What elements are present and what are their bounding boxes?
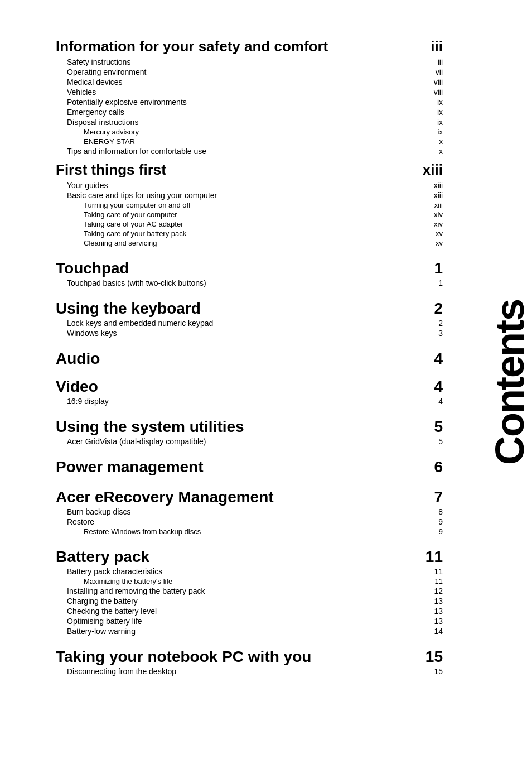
toc-page-touchpad: 1 (434, 260, 443, 277)
toc-row-vehicles: Vehicles viii (56, 88, 443, 97)
toc-title-restore: Restore (56, 517, 94, 526)
toc-title-utilities: Using the system utilities (56, 418, 244, 436)
toc-title-explosive: Potentially explosive environments (56, 98, 187, 107)
toc-title-first: First things first (56, 161, 166, 179)
toc-title-burn: Burn backup discs (56, 507, 130, 516)
toc-row-touchpad-basics: Touchpad basics (with two-click buttons)… (56, 278, 443, 287)
toc-row-care-computer: Taking care of your computer xiv (56, 210, 443, 219)
toc-page-lock-keys: 2 (415, 319, 443, 328)
toc-row-notebook: Taking your notebook PC with you 15 (56, 641, 443, 666)
toc-row-care-battery: Taking care of your battery pack xv (56, 229, 443, 238)
toc-page-notebook: 15 (425, 648, 443, 666)
toc-row-restore: Restore 9 (56, 517, 443, 526)
toc-title-care-computer: Taking care of your computer (56, 210, 177, 219)
toc-title-emergency: Emergency calls (56, 108, 124, 117)
toc-title-mercury: Mercury advisory (56, 128, 139, 136)
toc-title-care-battery: Taking care of your battery pack (56, 229, 186, 238)
toc-page-disposal: ix (415, 118, 443, 127)
toc-title-basic-care: Basic care and tips for using your compu… (56, 191, 217, 200)
toc-row-windows-keys: Windows keys 3 (56, 329, 443, 338)
toc-page-battery-char: 11 (415, 567, 443, 576)
toc-title-care-ac: Taking care of your AC adapter (56, 220, 183, 228)
toc-page-medical: viii (415, 78, 443, 87)
toc-page-safety-instructions: iii (415, 57, 443, 66)
toc-row-battery-low: Battery-low warning 14 (56, 627, 443, 636)
toc-page-energy: x (415, 137, 443, 146)
toc-title-touchpad: Touchpad (56, 260, 129, 277)
toc-page-checking-battery: 13 (415, 607, 443, 616)
toc-page-utilities: 5 (434, 418, 443, 436)
toc-page-video: 4 (434, 378, 443, 396)
toc-row-gridvista: Acer GridVista (dual-display compatible)… (56, 437, 443, 446)
toc-row-tips: Tips and information for comfortable use… (56, 147, 443, 156)
page-container: Information for your safety and comfort … (0, 0, 532, 764)
toc-row-disconnecting: Disconnecting from the desktop 15 (56, 667, 443, 676)
toc-row-cleaning: Cleaning and servicing xv (56, 239, 443, 247)
toc-page-restore: 9 (415, 517, 443, 526)
toc-page-emergency: ix (415, 108, 443, 117)
toc-row-battery-char: Battery pack characteristics 11 (56, 567, 443, 576)
toc-title-video: Video (56, 378, 98, 396)
toc-title-touchpad-basics: Touchpad basics (with two-click buttons) (56, 278, 206, 287)
toc-title-cleaning: Cleaning and servicing (56, 239, 157, 247)
toc-row-utilities: Using the system utilities 5 (56, 411, 443, 436)
toc-row-safety: Information for your safety and comfort … (56, 33, 443, 56)
toc-page-turning: xiii (415, 201, 443, 209)
toc-page-battery-pack: 11 (425, 548, 443, 566)
toc-page-touchpad-basics: 1 (415, 278, 443, 287)
toc-page-first: xiii (415, 161, 443, 179)
toc-page-safety: iii (415, 38, 443, 55)
toc-page-disconnecting: 15 (415, 667, 443, 676)
toc-row-install-battery: Installing and removing the battery pack… (56, 587, 443, 595)
toc-title-erecovery: Acer eRecovery Management (56, 488, 274, 506)
toc-title-checking-battery: Checking the battery level (56, 607, 157, 616)
toc-row-medical: Medical devices viii (56, 78, 443, 87)
toc-title-power: Power management (56, 458, 204, 476)
toc-title-audio: Audio (56, 350, 100, 368)
toc-page-care-battery: xv (415, 229, 443, 238)
toc-row-video: Video 4 (56, 371, 443, 396)
toc-title-energy: ENERGY STAR (56, 137, 135, 146)
toc-row-optimising: Optimising battery life 13 (56, 617, 443, 626)
toc-row-charging: Charging the battery 13 (56, 597, 443, 606)
toc-content: Information for your safety and comfort … (56, 33, 443, 676)
toc-row-energy: ENERGY STAR x (56, 137, 443, 146)
toc-title-169: 16:9 display (56, 397, 109, 406)
toc-page-maximize-battery: 11 (415, 577, 443, 585)
toc-row-turning: Turning your computer on and off xiii (56, 201, 443, 209)
toc-title-install-battery: Installing and removing the battery pack (56, 587, 205, 595)
toc-title-notebook: Taking your notebook PC with you (56, 648, 311, 666)
contents-label: Contents (490, 300, 530, 465)
toc-row-emergency: Emergency calls ix (56, 108, 443, 117)
toc-row-maximize-battery: Maximizing the battery's life 11 (56, 577, 443, 585)
toc-title-windows-keys: Windows keys (56, 329, 117, 338)
toc-title-disposal: Disposal instructions (56, 118, 138, 127)
toc-title-optimising: Optimising battery life (56, 617, 142, 626)
toc-title-tips: Tips and information for comfortable use (56, 147, 206, 156)
toc-page-cleaning: xv (415, 239, 443, 247)
toc-title-maximize-battery: Maximizing the battery's life (56, 577, 172, 585)
toc-title-operating-env: Operating environment (56, 68, 146, 76)
toc-row-169: 16:9 display 4 (56, 397, 443, 406)
toc-page-battery-low: 14 (415, 627, 443, 636)
toc-page-windows-keys: 3 (415, 329, 443, 338)
toc-row-restore-windows: Restore Windows from backup discs 9 (56, 527, 443, 536)
toc-title-disconnecting: Disconnecting from the desktop (56, 667, 176, 676)
toc-row-disposal: Disposal instructions ix (56, 118, 443, 127)
toc-row-keyboard: Using the keyboard 2 (56, 293, 443, 318)
toc-row-lock-keys: Lock keys and embedded numeric keypad 2 (56, 319, 443, 328)
toc-page-restore-windows: 9 (415, 527, 443, 536)
contents-sidebar: Contents (487, 0, 532, 764)
toc-row-battery-pack: Battery pack 11 (56, 541, 443, 566)
toc-row-safety-instructions: Safety instructions iii (56, 57, 443, 66)
toc-page-operating-env: vii (415, 68, 443, 76)
toc-page-power: 6 (434, 458, 443, 476)
toc-row-power: Power management 6 (56, 451, 443, 476)
toc-row-touchpad: Touchpad 1 (56, 253, 443, 277)
toc-row-mercury: Mercury advisory ix (56, 128, 443, 136)
toc-page-169: 4 (415, 397, 443, 406)
toc-row-operating-env: Operating environment vii (56, 68, 443, 76)
toc-row-erecovery: Acer eRecovery Management 7 (56, 482, 443, 506)
toc-title-restore-windows: Restore Windows from backup discs (56, 527, 201, 536)
toc-page-install-battery: 12 (415, 587, 443, 595)
